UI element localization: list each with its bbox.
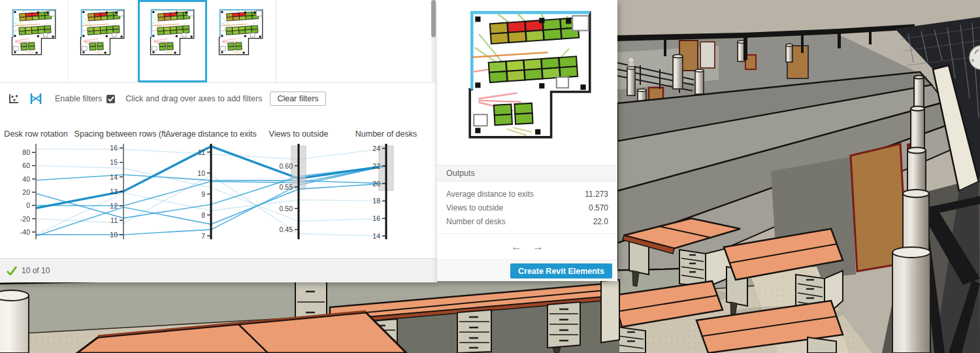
axis-tick-label: 16: [110, 144, 118, 152]
axis-tick-label: 0: [26, 201, 30, 209]
axis-tick-label: 11: [198, 148, 205, 156]
axis-title: Spacing between rows (ft...: [74, 129, 173, 139]
parallel-coordinates-chart[interactable]: 806040200-20-40Desk row rotation16151413…: [0, 126, 437, 260]
right-arrow-icon[interactable]: →: [532, 241, 544, 254]
solution-thumbnail-1[interactable]: [0, 0, 69, 82]
floorplan-thumbnail: [150, 8, 195, 56]
axis-tick-label: 10: [197, 169, 205, 177]
axis-tick-label: 40: [22, 175, 30, 183]
enable-filters-label: Enable filters: [55, 94, 102, 103]
axis-tick-label: 22: [372, 162, 380, 170]
axis-tick-label: 7: [201, 232, 205, 240]
axis-tick-label: 9: [201, 190, 205, 198]
floorplan-preview: [467, 8, 594, 141]
axis-tick-label: 14: [110, 173, 118, 181]
output-row: Average distance to exits 11.273: [437, 187, 617, 201]
axis-tick-label: 13: [110, 188, 118, 195]
solution-thumbnails: [0, 0, 437, 83]
output-row: Views to outside 0.570: [437, 201, 617, 214]
round-column: [0, 290, 29, 353]
axis-tick-label: 10: [110, 231, 118, 239]
status-bar: 10 of 10: [0, 258, 437, 282]
output-label: Average distance to exits: [446, 190, 534, 199]
scatter-plot-icon[interactable]: [7, 92, 21, 106]
axis-tick-label: 80: [22, 148, 30, 156]
checkmark-icon: [7, 266, 17, 275]
axis-tick-label: -20: [20, 215, 30, 223]
axis-tick-label: 20: [22, 188, 30, 196]
generative-design-overlay: Enable filters Click and drag over axes …: [0, 0, 980, 353]
clear-filters-button[interactable]: Clear filters: [270, 92, 325, 106]
divider: [276, 0, 276, 82]
axis-tick-label: 0.60: [280, 162, 293, 170]
parallel-coordinates-icon[interactable]: [29, 92, 43, 106]
output-value: 22.0: [593, 217, 608, 226]
outputs-list: Average distance to exits 11.273 Views t…: [437, 187, 617, 228]
axis-tick-label: 24: [372, 144, 380, 152]
axis-tick-label: 14: [372, 232, 380, 240]
person-figure: [629, 58, 634, 63]
thumbnail-scrollbar[interactable]: [431, 0, 436, 83]
study-results-panel: Enable filters Click and drag over axes …: [0, 0, 437, 282]
output-value: 11.273: [585, 190, 608, 199]
solution-pager: ← →: [437, 239, 617, 255]
axis-tick-label: 18: [372, 197, 380, 205]
panel-footer: Create Revit Elements: [437, 260, 617, 281]
axis-tick-label: 0.50: [280, 205, 293, 212]
floorplan-thumbnail: [11, 8, 57, 56]
outputs-header: Outputs: [437, 165, 617, 182]
drag-hint-label: Click and drag over axes to add filters: [125, 94, 262, 103]
axis-title: Views to outside: [269, 129, 329, 139]
left-arrow-icon[interactable]: ←: [511, 241, 522, 254]
axis-tick-label: 12: [110, 202, 118, 210]
solution-preview[interactable]: [467, 8, 594, 141]
output-label: Number of desks: [446, 217, 506, 226]
axis-tick-label: 0.45: [280, 226, 293, 233]
solution-thumbnail-2[interactable]: [69, 0, 137, 82]
axis-title: Number of desks: [355, 129, 417, 139]
door-icon: [700, 42, 715, 68]
axis-tick-label: 8: [201, 211, 205, 219]
axis-title: Desk row rotation: [4, 129, 67, 139]
solution-thumbnail-3-selected[interactable]: [138, 0, 207, 82]
divider: [437, 233, 617, 234]
solution-thumbnail-4[interactable]: [207, 0, 276, 82]
axis-title: Average distance to exits: [165, 129, 256, 139]
axis-tick-label: 60: [22, 161, 30, 169]
axis-tick-label: -40: [20, 228, 30, 236]
create-revit-elements-button[interactable]: Create Revit Elements: [510, 263, 612, 278]
solution-count-label: 10 of 10: [22, 266, 50, 275]
output-value: 0.570: [589, 203, 608, 212]
axis-tick-label: 20: [372, 180, 380, 188]
axis-tick-label: 16: [372, 214, 380, 222]
enable-filters-checkbox[interactable]: [106, 95, 115, 103]
selected-solution-panel: Outputs Average distance to exits 11.273…: [437, 0, 617, 281]
axis-tick-label: 0.55: [280, 183, 293, 191]
filter-toolbar: Enable filters Click and drag over axes …: [0, 89, 437, 109]
output-row: Number of desks 22.0: [437, 214, 617, 228]
axis-tick-label: 11: [110, 216, 118, 224]
axis-tick-label: 15: [110, 158, 118, 166]
floorplan-thumbnail: [218, 8, 264, 56]
output-label: Views to outside: [446, 203, 503, 212]
floorplan-thumbnail: [80, 8, 125, 56]
